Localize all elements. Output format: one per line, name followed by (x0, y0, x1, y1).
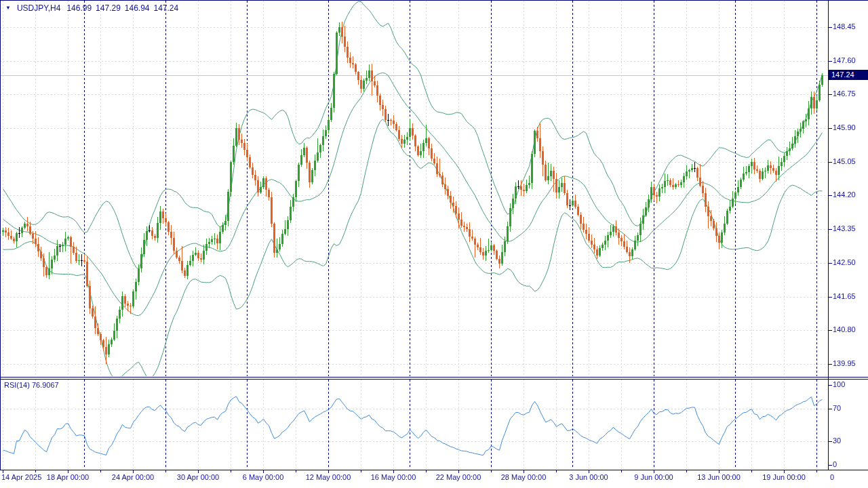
current-price-tag: 147.24 (829, 70, 868, 80)
chart-canvas[interactable] (0, 0, 868, 488)
price-axis-label: 147.60 (833, 56, 856, 64)
time-axis-label: 24 Apr 00:00 (112, 473, 154, 481)
time-axis-label: 16 May 00:00 (371, 473, 416, 481)
rsi-axis-label: 0 (833, 460, 837, 468)
symbol-period-label: USDJPY,H4 (17, 3, 60, 13)
rsi-axis-label: 30 (833, 436, 841, 445)
price-axis-label: 140.80 (833, 325, 856, 333)
price-axis-label: 145.05 (833, 157, 856, 165)
time-axis-label: 28 May 00:00 (501, 473, 547, 481)
rsi-axis-label: 70 (833, 404, 841, 412)
ohlc-high: 147.29 (96, 3, 121, 13)
chart-title: ▼ USDJPY,H4 146.99 147.29 146.94 147.24 (5, 3, 178, 13)
metatrader-chart-window: ▼ USDJPY,H4 146.99 147.29 146.94 147.24 … (0, 0, 868, 488)
time-axis-label: 12 May 00:00 (306, 473, 351, 481)
time-axis-label: 18 Apr 00:00 (47, 473, 89, 481)
rsi-indicator-label: RSI(14) 76.9067 (4, 381, 59, 389)
price-axis-label: 146.75 (833, 89, 856, 98)
time-axis-label: 22 May 00:00 (436, 473, 481, 481)
price-axis-label: 143.35 (833, 224, 856, 232)
price-axis-label: 145.90 (833, 123, 856, 131)
time-axis-label: 13 Jun 00:00 (697, 473, 741, 481)
time-axis-label: 6 May 00:00 (243, 473, 284, 481)
rsi-axis-label: 100 (833, 380, 845, 388)
price-axis-label: 141.65 (833, 292, 856, 300)
time-axis-overflow-label: 0 (830, 473, 834, 481)
time-axis-label: 30 Apr 00:00 (177, 473, 219, 481)
time-axis-label: 19 Jun 00:00 (762, 473, 806, 481)
price-axis-label: 144.20 (833, 190, 856, 199)
price-axis-label: 148.45 (833, 22, 856, 30)
symbol-menu-icon[interactable]: ▼ (5, 4, 11, 12)
ohlc-low: 146.94 (125, 3, 150, 13)
time-axis-label: 14 Apr 2025 (1, 473, 41, 481)
time-axis-label: 3 Jun 00:00 (569, 473, 608, 481)
ohlc-close: 147.24 (154, 3, 179, 13)
price-axis-label: 139.95 (833, 359, 856, 367)
ohlc-open: 146.99 (66, 3, 92, 13)
time-axis-label: 9 Jun 00:00 (634, 473, 673, 481)
price-axis-label: 142.50 (833, 258, 856, 266)
